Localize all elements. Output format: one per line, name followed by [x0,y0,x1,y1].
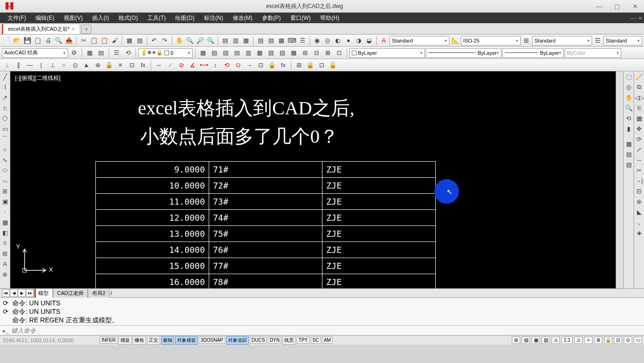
dimstyle-icon[interactable]: 📐 [450,35,460,46]
mlstyle-icon[interactable]: ☰ [593,35,602,46]
d5-icon[interactable]: ⟷ [199,60,209,70]
c6-icon[interactable]: ○ [59,60,69,70]
c11-icon[interactable]: ≡ [115,60,126,70]
annovis-button[interactable]: ⚠ [574,337,583,344]
nav-orbit-icon[interactable]: ⟲ [624,113,634,123]
recent-icon[interactable]: ⟳ [3,299,12,307]
lt7-icon[interactable]: ▧ [266,48,276,58]
lt3-icon[interactable]: ▨ [220,48,231,58]
ws-settings-icon[interactable]: ⚙ [69,48,79,58]
xline-icon[interactable]: ↗ [0,93,10,102]
erase-icon[interactable]: 🧹 [635,72,644,81]
paper-space-button[interactable]: ▤ [522,337,530,344]
publish-icon[interactable]: 📤 [64,35,74,46]
close-button[interactable]: ✕ [626,1,644,11]
lt11-icon[interactable]: ⊟ [311,48,322,58]
c3-icon[interactable]: — [25,60,35,70]
nav-wheel-icon[interactable]: ◎ [624,82,634,92]
plotcolor-select[interactable]: ByColor▾ [565,48,621,58]
toggle-tpy[interactable]: TPY [297,337,309,344]
c5-icon[interactable]: ⊥ [47,60,58,70]
layout-prev-button[interactable]: ◀ [10,289,17,297]
qv2-button[interactable]: ▧ [542,337,550,344]
preview-icon[interactable]: 🔍 [54,35,63,46]
ssm-icon[interactable]: ▧ [256,35,265,46]
toggle-dyn[interactable]: DYN [268,337,281,344]
zoom-icon[interactable]: 🔍 [185,35,195,46]
nav-cube-icon[interactable]: ⬚ [624,72,634,81]
rotate-icon[interactable]: ⟳ [635,134,644,144]
command-history[interactable]: ⟳ ⟳ 命令: UN UNITS 命令: UN UNITS 命令: RE REG… [0,298,644,325]
vs3-icon[interactable]: ◐ [333,35,343,46]
menu-dimension[interactable]: 标注(N) [199,13,228,23]
model-space-button[interactable]: ⊞ [512,337,520,344]
c10-icon[interactable]: 🔒 [104,60,114,70]
toggle-sc[interactable]: SC [311,337,321,344]
textstyle-icon[interactable]: A [379,35,389,46]
lt12-icon[interactable]: ⊠ [322,48,333,58]
copy-icon[interactable]: 📋 [89,35,99,46]
toggle-otrack[interactable]: 对象追踪 [226,336,249,345]
trim-icon[interactable]: ✂ [635,165,644,175]
d1-icon[interactable]: ↔ [153,60,164,70]
tab-close-icon[interactable]: ✕ [71,26,75,32]
menu-edit[interactable]: 编辑(E) [31,13,59,23]
copy-obj-icon[interactable]: ⧉ [635,82,644,92]
menu-param[interactable]: 参数(P) [257,13,286,23]
block-make-icon[interactable]: ▣ [0,197,10,206]
tablestyle-select[interactable]: Standard▾ [532,36,592,45]
viewport-label[interactable]: [-][俯视][二维线框] [15,74,60,82]
vs6-icon[interactable]: ◒ [364,35,374,46]
undo-icon[interactable]: ↶ [150,35,159,46]
d10-icon[interactable]: ⊡ [255,60,266,70]
hw-button[interactable]: ⊡ [614,337,622,344]
lt13-icon[interactable]: ⊡ [334,48,344,58]
color-select[interactable]: ByLayer▾ [349,48,425,58]
lt4-icon[interactable]: ▤ [232,48,242,58]
spline-icon[interactable]: ∿ [0,155,10,164]
d3-icon[interactable]: ⊘ [176,60,186,70]
polygon-icon[interactable]: ⬠ [0,113,10,123]
scale-select[interactable]: 1:1 [561,337,573,344]
layer-icon[interactable]: ☰ [298,35,307,46]
pline-icon[interactable]: ⌇ [0,82,10,92]
vscrollbar[interactable] [616,71,623,288]
scale-icon[interactable]: ⤢ [635,145,644,154]
plot-icon[interactable]: 🖨 [43,35,53,46]
ws-button[interactable]: ⚙ [594,337,602,344]
table-icon[interactable]: ⊞ [0,249,10,258]
layout-next-button[interactable]: ▶ [18,289,25,297]
lt8-icon[interactable]: ▨ [277,48,288,58]
rt1-icon[interactable]: ▦ [624,139,634,148]
ellipsearc-icon[interactable]: ⌓ [0,176,10,185]
lt10-icon[interactable]: ⊞ [300,48,310,58]
layer-prev-icon[interactable]: ⟲ [123,48,133,58]
d8-icon[interactable]: ⊙ [233,60,243,70]
lineweight-select[interactable]: ByLayer▾ [502,48,564,58]
recent-icon2[interactable]: ⟳ [3,307,12,316]
toggle-am[interactable]: AM [322,337,333,344]
rt2-icon[interactable]: ▧ [624,149,634,159]
circle-icon[interactable]: ○ [0,145,10,154]
dc-icon[interactable]: ▥ [231,35,240,46]
layer-mgr-icon[interactable]: ☰ [111,48,122,58]
c12-icon[interactable]: ⊡ [127,60,137,70]
calc-icon[interactable]: ⌨ [287,35,297,46]
hatch-icon[interactable]: ▦ [0,217,10,227]
lt5-icon[interactable]: ▥ [243,48,254,58]
menu-file[interactable]: 文件(F) [3,13,31,23]
c7-icon[interactable]: ◎ [70,60,80,70]
command-prompt-icon[interactable]: ▸_ [2,327,9,335]
coords-readout[interactable]: 2246.4511, 1002.0114, 0.0000 [0,337,99,343]
move-icon[interactable]: ✥ [635,124,644,133]
mdi-controls[interactable]: ―▫✕ [630,16,642,21]
menu-help[interactable]: 帮助(H) [315,13,344,23]
toggle-3dosnap[interactable]: 3DOSNAP [199,337,225,344]
point-icon[interactable]: · [0,207,10,216]
qc-icon[interactable]: ▩ [277,35,286,46]
menu-draw[interactable]: 绘图(D) [170,13,199,23]
toggle-infer[interactable]: INFER [100,337,118,344]
line-icon[interactable]: ╱ [0,72,10,81]
d2-icon[interactable]: ⟋ [165,60,175,70]
toggle-grid[interactable]: 栅格 [133,336,146,345]
